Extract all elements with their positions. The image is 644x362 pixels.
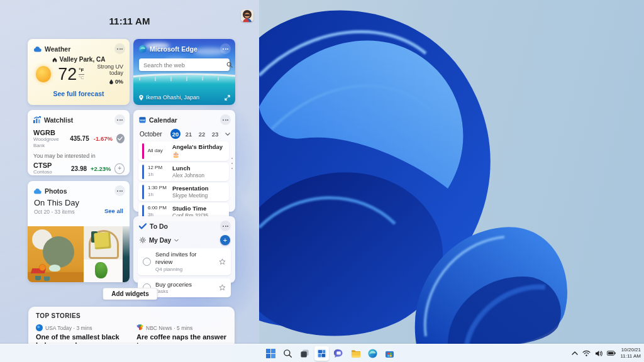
stock-symbol: WGRB [33,129,67,136]
event-subtitle: Alex Johnson [172,172,204,179]
see-full-forecast-link[interactable]: See full forecast [28,90,130,97]
calendar-month: October [140,131,162,138]
calendar-date-selected[interactable]: 20 [170,129,180,139]
photos-title: Photos [45,187,67,195]
calendar-event[interactable]: 12 PM 1h Lunch Alex Johnson [138,163,229,181]
file-explorer-button[interactable] [348,346,363,361]
edge-title: Microsoft Edge [150,45,197,53]
droplet-icon [109,79,113,84]
edge-search-box[interactable] [139,58,230,71]
weather-location: Valley Park, CA [60,56,106,63]
weather-title: Weather [45,45,70,53]
task-view-button[interactable] [297,346,312,361]
event-subtitle: Skype Meeting [172,192,209,199]
nbc-news-icon [136,324,143,331]
add-to-watchlist-icon[interactable]: + [114,163,125,174]
wifi-icon[interactable] [582,350,591,356]
temperature-value: 72 [58,66,77,83]
widgets-button[interactable] [314,346,329,361]
battery-icon[interactable] [607,351,616,356]
photos-cloud-icon [33,188,42,194]
task-list-label: Q4 planning [155,266,214,273]
widgets-clock: 11:11 AM [0,16,259,26]
user-avatar[interactable] [241,9,253,22]
unit-celsius-toggle[interactable]: °C [79,75,84,80]
task-row[interactable]: Send invites for review Q4 planning [138,248,231,275]
edge-button[interactable] [365,346,380,361]
add-task-button[interactable]: + [220,235,230,245]
chevron-down-icon[interactable] [225,133,230,136]
map-pin-icon [139,95,143,101]
chevron-down-icon[interactable] [174,239,179,242]
photos-widget: Photos On This Day Oct 20 - 33 items See… [28,181,130,282]
calendar-date[interactable]: 21 [184,129,194,139]
story-headline: Are coffee naps the answer to your [136,333,227,344]
event-title: Presentation [172,185,209,192]
calendar-event[interactable]: All day Angela's Birthday 🎂 [138,141,229,161]
avatar-image [241,9,253,22]
store-button[interactable] [382,346,397,361]
stocks-chart-icon [33,116,41,123]
chat-button[interactable] [331,346,346,361]
sun-icon [36,66,51,82]
stock-row[interactable]: CTSP Contoso 23.98 +2.23% + [28,159,130,175]
edge-more-button[interactable] [220,43,231,54]
event-title: Studio Time [172,205,208,212]
bloom-wallpaper-art [259,0,644,344]
stock-row[interactable]: WGRB Woodgrove Bank 435.75 -1.67% [28,125,130,148]
task-complete-circle[interactable] [143,258,151,266]
task-list-label: Tasks [155,288,192,295]
add-widgets-button[interactable]: Add widgets [103,288,157,300]
taskbar: 10/20/21 11:11 AM [0,344,644,362]
stock-name: Contoso [33,169,69,175]
watched-check-icon[interactable] [116,134,125,143]
tray-clock[interactable]: 10/20/21 11:11 AM [620,347,641,360]
star-icon[interactable] [219,258,226,265]
my-day-sun-icon [140,237,146,243]
todo-more-button[interactable] [220,221,231,231]
story-source: NBC News · 5 mins [146,325,192,331]
photo-thumbnail[interactable] [123,226,130,282]
calendar-date[interactable]: 23 [210,129,220,139]
calendar-event[interactable]: 1:30 PM 1h Presentation Skype Meeting [138,183,229,201]
todo-widget: To Do My Day + Send invites for review Q… [133,216,235,283]
volume-icon[interactable] [595,350,602,357]
tray-time: 11:11 AM [620,353,641,359]
news-section: TOP STORIES USA Today · 3 mins One of th… [28,307,235,344]
weather-widget: Weather Valley Park, CA 72 °F °C Strong … [28,39,130,105]
see-all-link[interactable]: See all [104,207,123,214]
calendar-scrollbar[interactable] [231,158,233,169]
start-button[interactable] [264,346,278,361]
edge-photo-caption: Ikema Ohashi, Japan [146,94,199,101]
event-duration: 1h [148,172,169,178]
event-title: Lunch [172,165,204,172]
news-story[interactable]: NBC News · 5 mins Are coffee naps the an… [136,324,227,344]
story-source: USA Today · 3 mins [45,325,92,331]
todo-list-name[interactable]: My Day [149,237,171,244]
calendar-icon [139,116,146,123]
tray-date: 10/20/21 [620,347,641,353]
edge-search-input[interactable] [143,62,226,69]
watchlist-suggestion-label: You may be interested in [28,148,130,159]
hidden-icons-chevron[interactable] [572,351,578,355]
top-stories-heading: TOP STORIES [36,312,227,319]
stock-change: +2.23% [89,165,111,172]
weather-more-button[interactable] [114,43,125,54]
event-time: 6:00 PM [148,205,169,212]
photo-thumbnail[interactable] [28,226,84,282]
home-icon [52,57,57,62]
search-button[interactable] [280,346,295,361]
star-icon[interactable] [219,284,226,291]
event-title: Angela's Birthday 🎂 [172,143,225,159]
unit-fahrenheit-toggle[interactable]: °F [79,68,84,73]
photos-more-button[interactable] [114,185,125,196]
expand-icon[interactable] [225,95,230,101]
watchlist-more-button[interactable] [114,114,125,125]
calendar-more-button[interactable] [220,114,231,125]
watchlist-widget: Watchlist WGRB Woodgrove Bank 435.75 -1.… [28,110,130,175]
event-color-bar [142,185,144,199]
stock-price: 23.98 [71,165,87,172]
photo-thumbnail[interactable] [84,226,123,282]
calendar-date[interactable]: 22 [197,129,207,139]
news-story[interactable]: USA Today · 3 mins One of the smallest b… [36,324,126,344]
